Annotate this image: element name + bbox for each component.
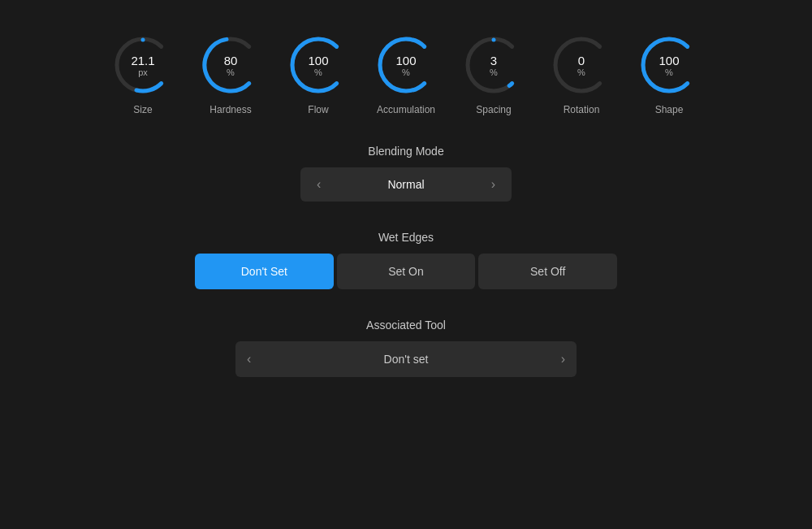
- knob-shape-value: 100: [659, 54, 679, 67]
- knob-accumulation[interactable]: 100 % Accumulation: [374, 33, 438, 115]
- associated-tool-prev[interactable]: ‹: [247, 352, 251, 366]
- associated-tool-section: Associated Tool ‹ Don't set ›: [211, 319, 601, 377]
- knob-rotation-label: Rotation: [564, 104, 600, 115]
- knob-size[interactable]: 21.1 px Size: [110, 33, 175, 115]
- knob-flow-label: Flow: [308, 104, 328, 115]
- wet-edges-btn-2[interactable]: Set Off: [478, 254, 617, 289]
- knob-size-label: Size: [133, 104, 152, 115]
- blending-mode-title: Blending Mode: [368, 145, 443, 158]
- knob-shape-dial[interactable]: 100 %: [637, 33, 702, 98]
- knob-size-value: 21.1: [131, 54, 154, 67]
- knob-rotation-dial[interactable]: 0 %: [549, 33, 614, 98]
- knob-rotation-unit: %: [577, 67, 585, 77]
- blending-mode-section: Blending Mode ‹ Normal ›: [211, 145, 601, 202]
- associated-tool-value: Don't set: [384, 353, 429, 366]
- knob-spacing[interactable]: 3 % Spacing: [461, 33, 526, 115]
- knob-size-unit: px: [131, 67, 154, 77]
- knob-shape-unit: %: [659, 67, 679, 77]
- associated-tool-selector[interactable]: ‹ Don't set ›: [235, 341, 577, 377]
- knob-spacing-label: Spacing: [476, 104, 511, 115]
- knob-hardness[interactable]: 80 % Hardness: [198, 33, 263, 115]
- wet-edges-title: Wet Edges: [378, 231, 434, 244]
- knobs-row: 21.1 px Size 80 % Hardness: [110, 33, 702, 115]
- knob-hardness-value: 80: [224, 54, 238, 67]
- associated-tool-title: Associated Tool: [366, 319, 446, 332]
- svg-point-0: [141, 38, 145, 42]
- knob-flow[interactable]: 100 % Flow: [286, 33, 351, 115]
- knob-rotation-value: 0: [577, 54, 585, 67]
- wet-edges-btn-0[interactable]: Don't Set: [195, 254, 334, 289]
- knob-hardness-unit: %: [224, 67, 238, 77]
- knob-flow-unit: %: [308, 67, 328, 77]
- knob-rotation[interactable]: 0 % Rotation: [549, 33, 614, 115]
- knob-spacing-unit: %: [490, 67, 498, 77]
- knob-hardness-label: Hardness: [209, 104, 251, 115]
- knob-accumulation-value: 100: [395, 54, 416, 67]
- knob-accumulation-dial[interactable]: 100 %: [374, 33, 438, 98]
- knob-spacing-value: 3: [490, 54, 498, 67]
- knob-accumulation-label: Accumulation: [377, 104, 435, 115]
- knob-shape[interactable]: 100 % Shape: [637, 33, 702, 115]
- wet-edges-section: Wet Edges Don't SetSet OnSet Off: [211, 231, 601, 289]
- knob-size-dial[interactable]: 21.1 px: [110, 33, 175, 98]
- knob-spacing-dial[interactable]: 3 %: [461, 33, 526, 98]
- knob-accumulation-unit: %: [395, 67, 416, 77]
- knob-shape-label: Shape: [655, 104, 684, 115]
- associated-tool-next[interactable]: ›: [561, 352, 565, 366]
- svg-point-1: [492, 38, 496, 42]
- blending-mode-next[interactable]: ›: [485, 174, 502, 195]
- brush-settings-panel: 21.1 px Size 80 % Hardness: [0, 0, 812, 529]
- knob-flow-value: 100: [308, 54, 328, 67]
- wet-edges-btn-1[interactable]: Set On: [337, 254, 476, 289]
- wet-edges-buttons: Don't SetSet OnSet Off: [195, 254, 617, 289]
- blending-mode-prev[interactable]: ‹: [310, 174, 327, 195]
- knob-hardness-dial[interactable]: 80 %: [198, 33, 263, 98]
- blending-mode-value: Normal: [387, 178, 424, 191]
- knob-flow-dial[interactable]: 100 %: [286, 33, 351, 98]
- blending-mode-selector[interactable]: ‹ Normal ›: [300, 167, 512, 202]
